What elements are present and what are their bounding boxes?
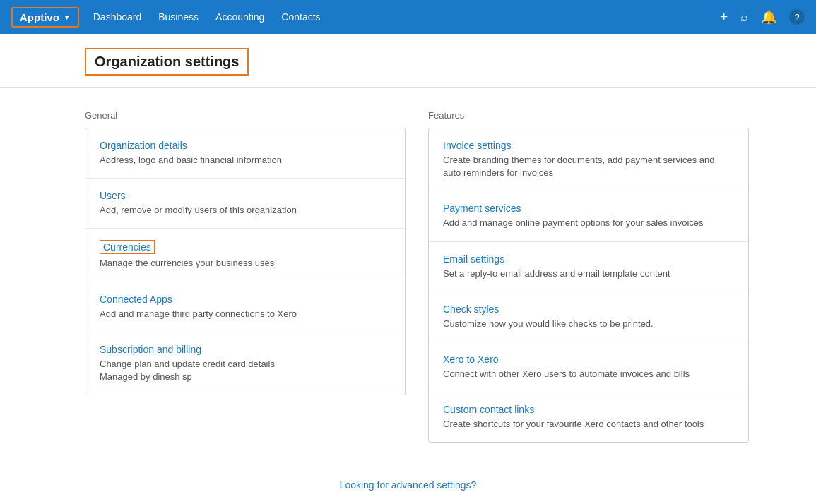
payment-services-item: Payment services Add and manage online p…: [429, 191, 748, 241]
advanced-settings-link[interactable]: Looking for advanced settings?: [340, 479, 477, 491]
xero-to-xero-desc: Connect with other Xero users to automat…: [443, 368, 734, 380]
content-area: General Organization details Address, lo…: [0, 88, 777, 465]
payment-services-desc: Add and manage online payment options fo…: [443, 217, 734, 229]
subscription-desc: Change plan and update credit card detai…: [100, 358, 391, 383]
subscription-link[interactable]: Subscription and billing: [100, 344, 391, 355]
subscription-item: Subscription and billing Change plan and…: [85, 332, 405, 395]
email-settings-link[interactable]: Email settings: [443, 253, 734, 265]
nav-links: Dashboard Business Accounting Contacts: [93, 8, 721, 25]
help-icon[interactable]: ?: [789, 9, 805, 25]
page-wrapper: Organization settings General Organizati…: [0, 34, 816, 504]
general-section: General Organization details Address, lo…: [85, 110, 406, 443]
bell-icon[interactable]: 🔔: [761, 9, 776, 25]
nav-business[interactable]: Business: [158, 8, 199, 25]
currencies-item: Currencies Manage the currencies your bu…: [85, 229, 405, 282]
invoice-settings-link[interactable]: Invoice settings: [443, 140, 734, 151]
custom-contact-links-item: Custom contact links Create shortcuts fo…: [429, 392, 748, 442]
features-section: Features Invoice settings Create brandin…: [428, 110, 749, 443]
navbar: Apptivo ▼ Dashboard Business Accounting …: [0, 0, 816, 34]
org-details-item: Organization details Address, logo and b…: [85, 128, 405, 179]
org-details-link[interactable]: Organization details: [100, 140, 391, 151]
plus-icon[interactable]: +: [720, 10, 728, 25]
page-title: Organization settings: [85, 48, 249, 76]
check-styles-link[interactable]: Check styles: [443, 304, 734, 315]
payment-services-link[interactable]: Payment services: [443, 203, 734, 214]
nav-contacts[interactable]: Contacts: [281, 8, 320, 25]
page-header: Organization settings: [0, 34, 816, 88]
check-styles-desc: Customize how you would like checks to b…: [443, 318, 734, 330]
connected-apps-item: Connected Apps Add and manage third part…: [85, 282, 405, 332]
nav-actions: + ⌕ 🔔 ?: [720, 9, 805, 25]
custom-contact-links-link[interactable]: Custom contact links: [443, 404, 734, 415]
custom-contact-links-desc: Create shortcuts for your favourite Xero…: [443, 418, 734, 431]
features-card: Invoice settings Create branding themes …: [428, 128, 749, 443]
email-settings-item: Email settings Set a reply-to email addr…: [429, 242, 748, 292]
brand-chevron: ▼: [64, 13, 71, 21]
invoice-settings-desc: Create branding themes for documents, ad…: [443, 154, 734, 179]
users-link[interactable]: Users: [100, 190, 391, 201]
features-label: Features: [428, 110, 749, 121]
users-item: Users Add, remove or modify users of thi…: [85, 179, 405, 229]
footer-link[interactable]: Looking for advanced settings?: [0, 465, 816, 504]
nav-accounting[interactable]: Accounting: [215, 8, 264, 25]
brand-button[interactable]: Apptivo ▼: [11, 7, 79, 28]
check-styles-item: Check styles Customize how you would lik…: [429, 292, 748, 342]
email-settings-desc: Set a reply-to email address and email t…: [443, 268, 734, 280]
invoice-settings-item: Invoice settings Create branding themes …: [429, 128, 748, 191]
general-card: Organization details Address, logo and b…: [85, 128, 406, 395]
org-details-desc: Address, logo and basic financial inform…: [100, 154, 391, 167]
xero-to-xero-item: Xero to Xero Connect with other Xero use…: [429, 342, 748, 392]
currencies-desc: Manage the currencies your business uses: [100, 257, 391, 270]
nav-dashboard[interactable]: Dashboard: [93, 8, 142, 25]
search-icon[interactable]: ⌕: [740, 10, 748, 25]
xero-to-xero-link[interactable]: Xero to Xero: [443, 354, 734, 365]
brand-label: Apptivo: [20, 11, 59, 23]
general-label: General: [85, 110, 406, 121]
connected-apps-link[interactable]: Connected Apps: [100, 294, 391, 305]
users-desc: Add, remove or modify users of this orga…: [100, 204, 391, 217]
connected-apps-desc: Add and manage third party connections t…: [100, 308, 391, 320]
currencies-link[interactable]: Currencies: [100, 240, 155, 254]
